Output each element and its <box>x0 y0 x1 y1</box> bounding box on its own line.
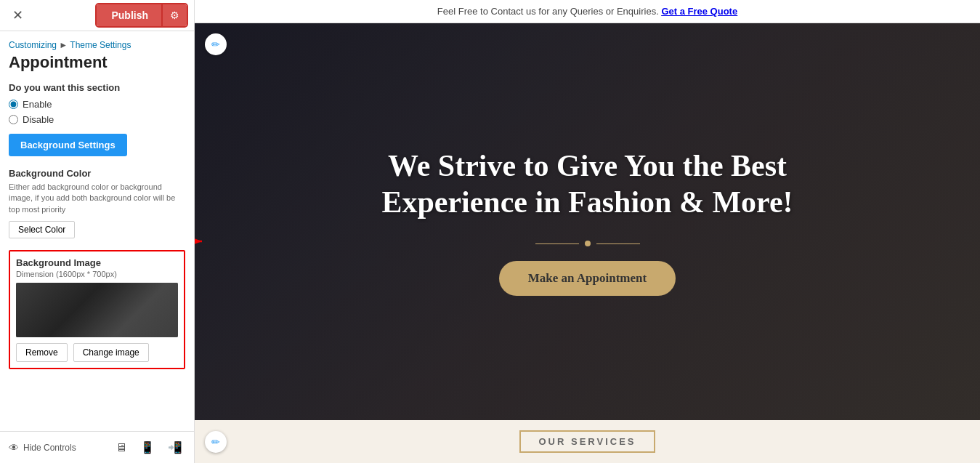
top-bar: ✕ Publish ⚙ <box>0 0 194 31</box>
line-dot <box>585 241 591 246</box>
hero-edit-pencil[interactable]: ✏ <box>205 33 227 55</box>
free-quote-link[interactable]: Get a Free Quote <box>661 6 737 17</box>
breadcrumb: Customizing ► Theme Settings <box>9 40 185 50</box>
image-actions: Remove Change image <box>16 343 178 362</box>
top-notice: Feel Free to Contact us for any Queries … <box>195 0 980 23</box>
publish-area: Publish ⚙ <box>97 4 187 26</box>
desktop-icon-button[interactable]: 🖥 <box>113 438 130 457</box>
bg-image-preview <box>16 283 178 337</box>
radio-disable-input[interactable] <box>9 115 18 124</box>
line-seg-left <box>535 243 579 244</box>
left-panel: ✕ Publish ⚙ Customizing ► Theme Settings… <box>0 0 195 463</box>
bg-color-desc: Either add background color or backgroun… <box>9 182 185 215</box>
radio-disable-label: Disable <box>23 114 54 125</box>
appointment-button[interactable]: Make an Appointment <box>499 261 676 296</box>
services-edit-pencil[interactable]: ✏ <box>205 431 227 453</box>
section-question: Do you want this section <box>9 82 185 93</box>
eye-icon: 👁 <box>9 442 19 454</box>
hero-content: We Strive to Give You the Best Experienc… <box>370 148 806 297</box>
radio-disable[interactable]: Disable <box>9 114 185 125</box>
gear-button[interactable]: ⚙ <box>163 4 187 26</box>
remove-image-button[interactable]: Remove <box>16 343 68 362</box>
panel-scroll: Customizing ► Theme Settings Appointment… <box>0 31 194 431</box>
right-preview: Feel Free to Contact us for any Queries … <box>195 0 980 463</box>
radio-enable-label: Enable <box>23 99 52 110</box>
hide-controls-label: Hide Controls <box>23 443 76 453</box>
mobile-icon-button[interactable]: 📲 <box>165 438 185 457</box>
close-button[interactable]: ✕ <box>7 5 28 25</box>
bg-image-dimension: Dimension (1600px * 700px) <box>16 270 178 278</box>
tablet-icon-button[interactable]: 📱 <box>137 438 158 457</box>
radio-enable-input[interactable] <box>9 100 18 109</box>
radio-group: Enable Disable <box>9 99 185 125</box>
hero-title: We Strive to Give You the Best Experienc… <box>370 148 806 221</box>
decorative-line <box>370 241 806 246</box>
radio-enable[interactable]: Enable <box>9 99 185 110</box>
top-notice-text: Feel Free to Contact us for any Queries … <box>437 6 659 17</box>
background-settings-button[interactable]: Background Settings <box>9 134 127 156</box>
bottom-bar: 👁 Hide Controls 🖥 📱 📲 <box>0 431 194 463</box>
bg-image-box: Background Image Dimension (1600px * 700… <box>9 250 185 369</box>
breadcrumb-customizing[interactable]: Customizing <box>9 40 57 50</box>
panel-title: Appointment <box>9 53 185 72</box>
bg-image-preview-inner <box>16 283 178 337</box>
breadcrumb-theme-settings[interactable]: Theme Settings <box>70 40 131 50</box>
change-image-button[interactable]: Change image <box>73 343 149 362</box>
select-color-button[interactable]: Select Color <box>9 221 75 238</box>
hide-controls[interactable]: 👁 Hide Controls <box>9 442 76 454</box>
bg-color-title: Background Color <box>9 168 185 179</box>
services-badge: OUR SERVICES <box>519 430 655 453</box>
services-bar: ✏ OUR SERVICES <box>195 420 980 463</box>
hero-section: ✏ We Strive to Give You the Best Experie… <box>195 23 980 420</box>
bg-image-title: Background Image <box>16 257 178 268</box>
bottom-icons: 🖥 📱 📲 <box>113 438 185 457</box>
publish-button[interactable]: Publish <box>97 4 163 26</box>
line-seg-right <box>596 243 640 244</box>
